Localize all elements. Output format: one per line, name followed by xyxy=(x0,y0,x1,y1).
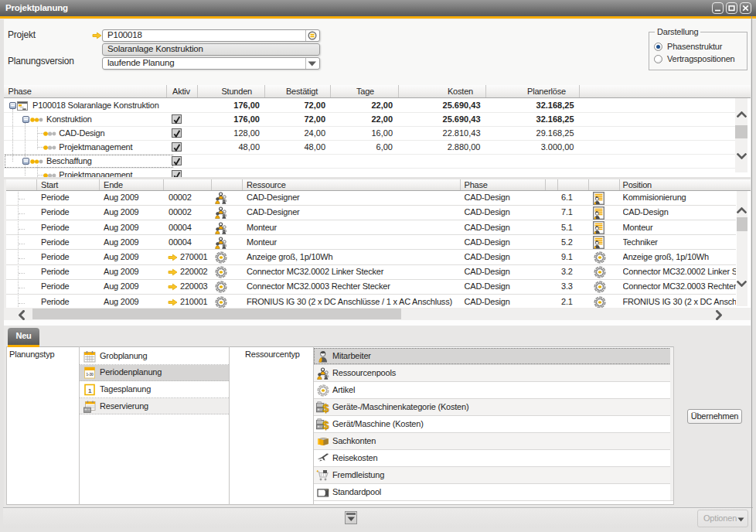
svg-text:1-30: 1-30 xyxy=(86,372,94,377)
svg-text:$: $ xyxy=(322,402,329,414)
svg-text:$: $ xyxy=(322,419,329,431)
